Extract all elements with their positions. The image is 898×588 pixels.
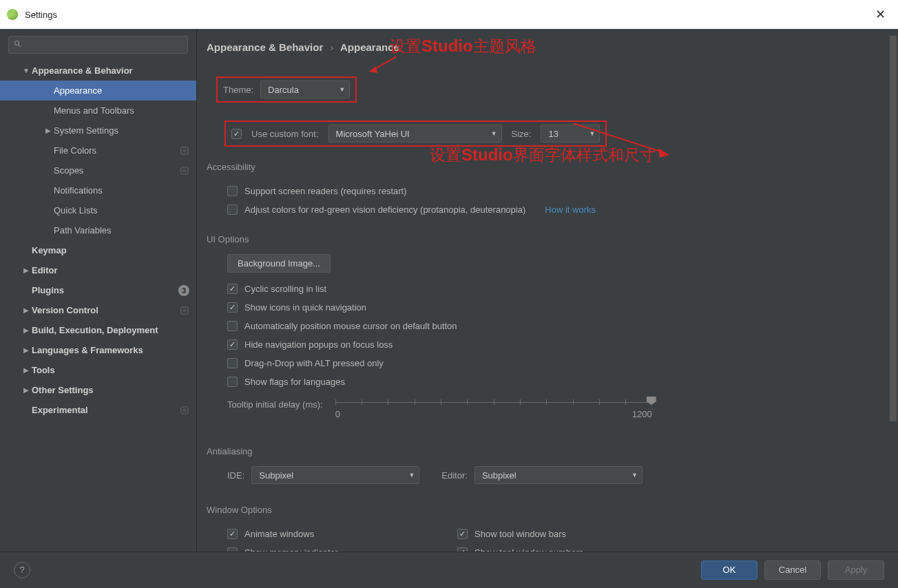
use-custom-font-label: Use custom font: xyxy=(251,129,319,139)
screen-readers-label: Support screen readers (requires restart… xyxy=(244,186,407,196)
ui-opt-4-checkbox[interactable] xyxy=(227,358,238,368)
tree-label: File Colors xyxy=(54,145,180,156)
chevron-down-icon: ▼ xyxy=(631,472,638,479)
tree-label: System Settings xyxy=(54,125,189,136)
svg-line-10 xyxy=(373,56,397,70)
cancel-button[interactable]: Cancel xyxy=(764,560,821,580)
svg-rect-9 xyxy=(182,408,186,412)
theme-label: Theme: xyxy=(223,85,253,95)
search-input[interactable] xyxy=(8,36,188,54)
window-options-section-title: Window Options xyxy=(207,505,879,515)
win-opt-checkbox[interactable]: ✓ xyxy=(457,529,468,539)
aa-editor-select[interactable]: Subpixel ▼ xyxy=(474,466,643,484)
tree-label: Appearance xyxy=(54,85,189,96)
tooltip-delay-label: Tooltip initial delay (ms): xyxy=(227,398,323,410)
tree-label: Quick Lists xyxy=(54,205,189,216)
aa-ide-label: IDE: xyxy=(227,470,244,481)
tree-row-tools[interactable]: ▶Tools xyxy=(0,360,196,380)
tree-row-languages-frameworks[interactable]: ▶Languages & Frameworks xyxy=(0,340,196,360)
tree-row-menus-and-toolbars[interactable]: Menus and Toolbars xyxy=(0,101,196,120)
chevron-right-icon: ▶ xyxy=(43,127,54,134)
tooltip-delay-slider[interactable]: 0 1200 xyxy=(335,398,652,423)
svg-marker-13 xyxy=(658,148,669,158)
tree-row-path-variables[interactable]: Path Variables xyxy=(0,220,196,240)
close-icon[interactable]: ✕ xyxy=(870,4,891,25)
accessibility-section-title: Accessibility xyxy=(207,162,879,172)
tree-row-system-settings[interactable]: ▶System Settings xyxy=(0,120,196,140)
tree-label: Keymap xyxy=(32,245,189,255)
svg-rect-3 xyxy=(182,149,186,152)
tree-label: Languages & Frameworks xyxy=(32,345,189,355)
font-size-label: Size: xyxy=(512,129,532,139)
win-opt-checkbox[interactable]: ✓ xyxy=(227,529,238,539)
ui-opt-3-checkbox[interactable]: ✓ xyxy=(227,339,238,350)
screen-readers-checkbox[interactable] xyxy=(227,186,238,196)
tree-row-appearance-behavior[interactable]: ▼Appearance & Behavior xyxy=(0,61,196,81)
tree-row-quick-lists[interactable]: Quick Lists xyxy=(0,200,196,220)
aa-ide-select[interactable]: Subpixel ▼ xyxy=(251,466,419,484)
help-button[interactable]: ? xyxy=(14,562,30,578)
ui-opt-2-checkbox[interactable] xyxy=(227,321,238,331)
tree-row-build-execution-deployment[interactable]: ▶Build, Execution, Deployment xyxy=(0,320,196,340)
tree-row-other-settings[interactable]: ▶Other Settings xyxy=(0,380,196,400)
win-opt-label: Show tool window numbers xyxy=(474,547,583,552)
win-opt-checkbox[interactable] xyxy=(227,547,238,552)
search-icon xyxy=(14,40,22,48)
win-opt-checkbox[interactable]: ✓ xyxy=(457,547,468,552)
svg-rect-5 xyxy=(182,169,186,172)
ui-opt-5-checkbox[interactable] xyxy=(227,377,238,387)
tree-row-scopes[interactable]: Scopes xyxy=(0,160,196,180)
tree-label: Editor xyxy=(32,265,189,275)
tree-label: Scopes xyxy=(54,165,180,176)
apply-button[interactable]: Apply xyxy=(828,560,884,580)
font-highlight-box: ✓ Use custom font: Microsoft YaHei UI ▼ … xyxy=(224,120,607,147)
ui-opt-1-checkbox[interactable]: ✓ xyxy=(227,302,238,313)
color-deficiency-label: Adjust colors for red-green vision defic… xyxy=(244,204,525,215)
tree-row-keymap[interactable]: Keymap xyxy=(0,240,196,260)
svg-rect-7 xyxy=(182,308,186,312)
chevron-right-icon: ▶ xyxy=(21,266,32,274)
theme-select[interactable]: Darcula ▼ xyxy=(260,81,350,98)
tree-label: Notifications xyxy=(54,185,189,196)
svg-line-1 xyxy=(19,45,21,47)
ok-button[interactable]: OK xyxy=(701,560,758,580)
tree-row-version-control[interactable]: ▶Version Control xyxy=(0,300,196,320)
ui-opt-1-label: Show icons in quick navigation xyxy=(244,302,366,313)
chevron-right-icon: ▶ xyxy=(21,386,32,394)
window-title: Settings xyxy=(25,10,870,20)
color-deficiency-checkbox[interactable] xyxy=(227,204,238,215)
tree-label: Experimental xyxy=(32,405,180,415)
chevron-down-icon: ▼ xyxy=(491,130,497,137)
tree-label: Tools xyxy=(32,365,189,375)
chevron-down-icon: ▼ xyxy=(589,130,596,137)
tree-row-editor[interactable]: ▶Editor xyxy=(0,260,196,280)
win-opt-label: Show tool window bars xyxy=(474,529,566,539)
tree-row-appearance[interactable]: Appearance xyxy=(0,81,196,101)
tree-row-notifications[interactable]: Notifications xyxy=(0,180,196,200)
how-it-works-link[interactable]: How it works xyxy=(545,204,596,215)
slider-thumb-icon[interactable] xyxy=(647,397,656,405)
footer: ? OK Cancel Apply xyxy=(0,552,898,587)
tree-row-plugins[interactable]: Plugins3 xyxy=(0,280,196,300)
content-pane: Appearance & Behavior › Appearance 设置Stu… xyxy=(197,29,898,552)
ui-opt-0-checkbox[interactable]: ✓ xyxy=(227,284,238,294)
tree-label: Version Control xyxy=(32,305,180,315)
background-image-button[interactable]: Background Image... xyxy=(227,254,331,273)
ui-opt-3-label: Hide navigation popups on focus loss xyxy=(244,339,393,350)
chevron-right-icon: ▶ xyxy=(21,366,32,374)
tree-row-experimental[interactable]: Experimental xyxy=(0,400,196,420)
tree-label: Menus and Toolbars xyxy=(54,105,189,116)
font-family-select[interactable]: Microsoft YaHei UI ▼ xyxy=(328,125,502,143)
project-scope-icon xyxy=(180,166,189,176)
scrollbar[interactable] xyxy=(890,36,897,545)
tree-label: Build, Execution, Deployment xyxy=(32,325,189,335)
tree-row-file-colors[interactable]: File Colors xyxy=(0,140,196,160)
font-size-select[interactable]: 13 ▼ xyxy=(541,125,600,143)
use-custom-font-checkbox[interactable]: ✓ xyxy=(231,129,242,139)
project-scope-icon xyxy=(180,146,189,156)
chevron-right-icon: ▶ xyxy=(21,346,32,354)
tree-label: Other Settings xyxy=(32,385,189,395)
chevron-right-icon: ▶ xyxy=(21,326,32,334)
aa-editor-label: Editor: xyxy=(441,470,468,481)
ui-options-section-title: UI Options xyxy=(207,234,879,244)
